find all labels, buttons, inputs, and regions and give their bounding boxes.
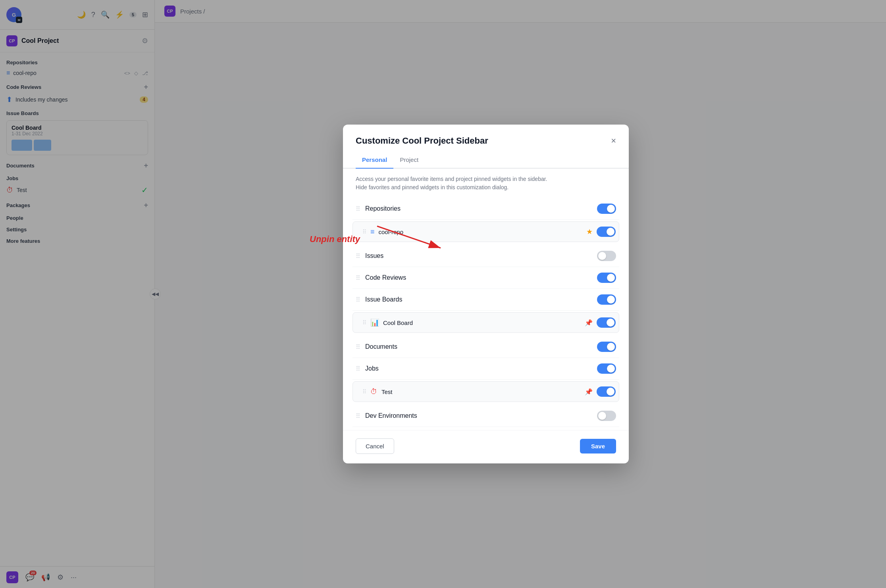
toggle-dev-environments[interactable] [597, 411, 616, 421]
section-row-issue-boards: ⠿ Issue Boards [352, 289, 619, 311]
section-label-code-reviews: Code Reviews [365, 274, 597, 281]
modal-description: Access your personal favorite items and … [343, 169, 629, 195]
section-row-code-reviews: ⠿ Code Reviews [352, 267, 619, 289]
section-label-documents: Documents [365, 343, 597, 350]
modal-header: Customize Cool Project Sidebar × [343, 125, 629, 152]
toggle-cool-repo[interactable] [597, 227, 616, 237]
sub-item-test: ⠿ ⏱ Test 📌 [352, 381, 619, 402]
job-sub-icon: ⏱ [370, 388, 378, 396]
section-row-documents: ⠿ Documents [352, 336, 619, 358]
drag-handle-code-reviews[interactable]: ⠿ [356, 274, 360, 282]
drag-handle-test[interactable]: ⠿ [362, 388, 366, 395]
section-label-repositories: Repositories [365, 205, 597, 212]
section-row-dev-environments: ⠿ Dev Environments [352, 405, 619, 427]
customize-sidebar-modal: Customize Cool Project Sidebar × Persona… [343, 125, 629, 463]
toggle-cool-board[interactable] [597, 317, 616, 328]
save-button[interactable]: Save [580, 439, 616, 453]
section-row-repositories: ⠿ Repositories [352, 198, 619, 220]
drag-handle-documents[interactable]: ⠿ [356, 343, 360, 351]
modal-close-button[interactable]: × [611, 136, 616, 145]
cancel-button[interactable]: Cancel [356, 438, 394, 454]
drag-handle-cool-repo[interactable]: ⠿ [362, 229, 366, 235]
modal-tabs: Personal Project [343, 152, 629, 169]
drag-handle-issue-boards[interactable]: ⠿ [356, 296, 360, 304]
pin-icon-cool-board[interactable]: 📌 [585, 319, 593, 327]
sub-label-cool-repo: cool-repo [379, 229, 586, 235]
toggle-jobs[interactable] [597, 363, 616, 374]
section-label-issue-boards: Issue Boards [365, 296, 597, 303]
drag-handle-repositories[interactable]: ⠿ [356, 205, 360, 213]
drag-handle-issues[interactable]: ⠿ [356, 252, 360, 260]
star-icon[interactable]: ★ [586, 227, 593, 236]
section-label-issues: Issues [365, 252, 597, 259]
toggle-issues[interactable] [597, 251, 616, 261]
toggle-code-reviews[interactable] [597, 273, 616, 283]
drag-handle-jobs[interactable]: ⠿ [356, 365, 360, 373]
sub-item-cool-repo: ⠿ ≡ cool-repo ★ [352, 221, 619, 242]
toggle-test[interactable] [597, 386, 616, 397]
drag-handle-cool-board[interactable]: ⠿ [362, 319, 366, 326]
sub-label-test: Test [381, 388, 585, 395]
board-sub-icon: 📊 [370, 318, 379, 327]
modal-title: Customize Cool Project Sidebar [356, 136, 488, 146]
drag-handle-dev-environments[interactable]: ⠿ [356, 412, 360, 420]
repo-sub-icon: ≡ [370, 228, 375, 236]
section-label-dev-environments: Dev Environments [365, 412, 597, 419]
toggle-issue-boards[interactable] [597, 294, 616, 305]
tab-personal[interactable]: Personal [356, 152, 393, 169]
modal-footer: Cancel Save [343, 430, 629, 463]
section-row-jobs: ⠿ Jobs [352, 358, 619, 380]
tab-project[interactable]: Project [393, 152, 425, 169]
sub-item-cool-board: ⠿ 📊 Cool Board 📌 [352, 312, 619, 333]
modal-body: ⠿ Repositories ⠿ ≡ cool-repo ★ ⠿ Issues … [343, 195, 629, 430]
section-row-issues: ⠿ Issues [352, 245, 619, 267]
toggle-repositories[interactable] [597, 204, 616, 214]
toggle-documents[interactable] [597, 342, 616, 352]
sub-label-cool-board: Cool Board [383, 319, 585, 326]
pin-icon-test[interactable]: 📌 [585, 388, 593, 396]
section-label-jobs: Jobs [365, 365, 597, 372]
